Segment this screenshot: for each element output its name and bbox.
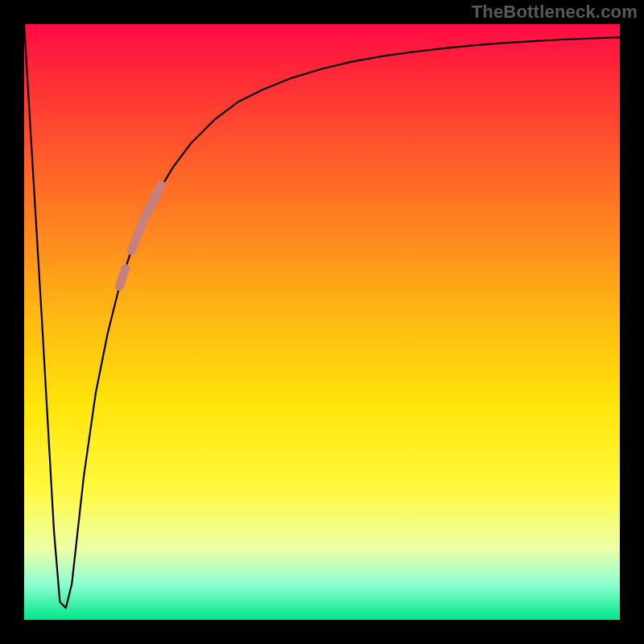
bottleneck-curve: [24, 24, 620, 608]
attribution-text: TheBottleneck.com: [472, 2, 638, 23]
curve-svg: [24, 24, 620, 620]
highlight-segment: [131, 185, 161, 250]
highlight-gap: [119, 268, 125, 286]
plot-area: [24, 24, 620, 620]
chart-container: TheBottleneck.com: [0, 0, 644, 644]
